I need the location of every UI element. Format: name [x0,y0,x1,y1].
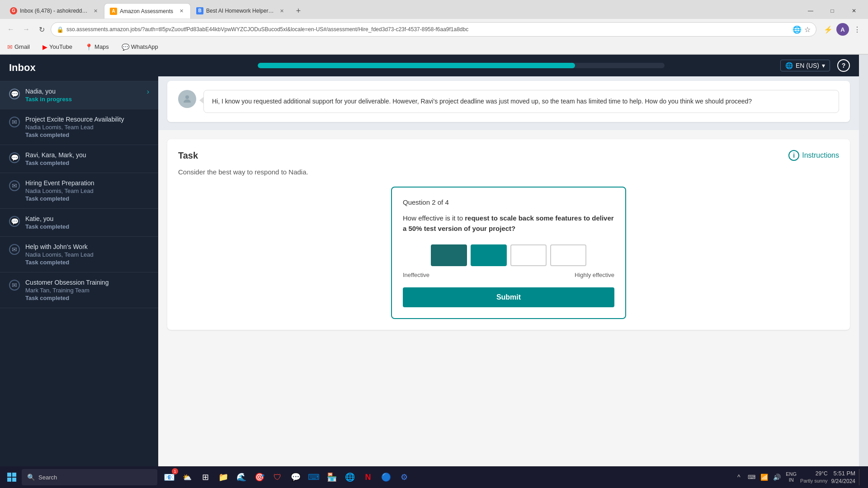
tray-expand-icon[interactable]: ^ [733,472,744,483]
bookmark-maps-label: Maps [94,43,109,50]
progress-right: 🌐 EN (US) ▾ ? [780,59,850,72]
globe-icon: 🌐 [785,62,793,69]
sender-avatar [178,90,196,108]
weather-icon: ⛅ [183,473,192,482]
taskbar-chrome-icon[interactable]: 🔵 [378,469,394,485]
date-display: 9/24/2024 [831,478,855,485]
svg-rect-4 [12,478,16,482]
taskbar-app2-icon[interactable]: 🎯 [251,469,268,485]
submit-label: Submit [496,293,521,301]
taskbar-browser-icon[interactable]: 🌊 [233,469,250,485]
bookmark-maps[interactable]: 📍 Maps [82,42,112,52]
tab-gmail-close[interactable]: ✕ [92,7,99,14]
taskbar-store-icon[interactable]: 🏪 [324,469,340,485]
inbox-item-hiring[interactable]: ✉ Hiring Event Preparation Nadia Loomis,… [0,173,158,209]
chromium-icon: ⚙ [401,472,408,482]
inbox-item-project-excite[interactable]: ✉ Project Excite Resource Availability N… [0,109,158,145]
netflix-icon: N [365,473,371,482]
task-area: Task i Instructions Consider the best wa… [158,130,859,488]
taskbar-search-text: Search [38,474,57,481]
inbox-list: 💬 Nadia, you Task in progress › ✉ Projec… [0,81,158,488]
network-icon[interactable]: 📶 [759,472,769,483]
question-text-before: How effective is it to [403,214,465,222]
task-card: Task i Instructions Consider the best wa… [167,139,850,330]
submit-button[interactable]: Submit [403,287,614,307]
inbox-icon-ravi: 💬 [9,152,20,163]
question-text: How effective is it to request to scale … [403,213,614,234]
instructions-button[interactable]: i Instructions [788,150,839,161]
back-button[interactable]: ← [5,23,17,36]
maximize-button[interactable]: □ [822,3,843,19]
address-bar[interactable]: 🔒 sso.assessments.amazon.jobs/?auth=tll5… [51,22,816,37]
app-container: Inbox 💬 Nadia, you Task in progress › ✉ … [0,55,868,488]
svg-rect-1 [7,473,11,477]
taskbar-code-icon[interactable]: ⌨ [306,469,322,485]
taskbar-edge-icon[interactable]: 🌐 [342,469,358,485]
inbox-item-john[interactable]: ✉ Help with John's Work Nadia Loomis, Te… [0,237,158,272]
inbox-status-ravi: Task completed [25,160,149,166]
progress-bar-fill [258,63,575,68]
bookmark-whatsapp-label: WhatsApp [131,43,158,50]
new-tab-button[interactable]: + [292,5,305,17]
taskbar-clock[interactable]: 5:51 PM 9/24/2024 [831,469,855,485]
sound-icon[interactable]: 🔊 [771,472,782,483]
inbox-content-ravi: Ravi, Kara, Mark, you Task completed [25,151,149,166]
rating-button-4[interactable] [550,244,586,266]
taskbar-chat-icon[interactable]: 💬 [288,469,304,485]
rating-label-left: Ineffective [403,272,429,278]
taskbar-files-icon[interactable]: 📁 [215,469,231,485]
inbox-title-project: Project Excite Resource Availability [25,116,149,123]
extensions-button[interactable]: ⚡ [822,23,835,36]
show-desktop-button[interactable] [859,469,864,485]
taskbar-mail-icon[interactable]: 📧 1 [161,469,177,485]
inbox-title-ravi: Ravi, Kara, Mark, you [25,151,149,159]
bookmark-youtube[interactable]: ▶ YouTube [40,42,75,52]
taskbar-search-bar[interactable]: 🔍 Search [22,469,157,485]
ai-favicon: B [196,7,203,14]
task-title: Task [178,150,198,161]
rating-button-1[interactable] [431,244,467,266]
rating-labels: Ineffective Highly effective [403,272,614,278]
inbox-content-project: Project Excite Resource Availability Nad… [25,116,149,138]
taskbar-windows-icon[interactable]: ⊞ [197,469,213,485]
taskbar-chromium-icon[interactable]: ⚙ [396,469,412,485]
bookmark-gmail[interactable]: ✉ Gmail [5,42,33,52]
menu-button[interactable]: ⋮ [851,23,863,36]
tab-gmail-label: Inbox (6,478) - ashokreddyyara... [20,8,88,14]
taskbar-search-icon: 🔍 [27,474,35,481]
tab-ai-label: Best AI Homework Helper & H... [206,8,274,14]
refresh-button[interactable]: ↻ [35,23,48,36]
forward-button[interactable]: → [20,23,33,36]
profile-button[interactable]: A [836,23,849,36]
language-label: EN (US) [796,62,819,69]
inbox-item-nadia[interactable]: 💬 Nadia, you Task in progress › [0,81,158,109]
tab-ai[interactable]: B Best AI Homework Helper & H... ✕ [191,3,290,19]
help-button[interactable]: ? [837,59,850,72]
inbox-title-nadia: Nadia, you [25,88,142,95]
taskbar-netflix-icon[interactable]: N [360,469,376,485]
question-number: Question 2 of 4 [403,198,614,206]
tab-amazon[interactable]: A Amazon Assessments ✕ [104,3,191,19]
inbox-title-customer: Customer Obsession Training [25,279,149,286]
windows-icon: ⊞ [202,472,209,482]
rating-button-3[interactable] [510,244,547,266]
tab-gmail[interactable]: G Inbox (6,478) - ashokreddyyara... ✕ [5,3,104,19]
inbox-content-customer: Customer Obsession Training Mark Tan, Tr… [25,279,149,301]
taskbar: 🔍 Search 📧 1 ⛅ ⊞ 📁 🌊 🎯 🛡 💬 [0,466,868,488]
bookmark-whatsapp[interactable]: 💬 WhatsApp [119,42,161,52]
inbox-header: Inbox [0,55,158,81]
inbox-item-customer[interactable]: ✉ Customer Obsession Training Mark Tan, … [0,272,158,308]
keyboard-icon[interactable]: ⌨ [746,472,757,483]
rating-button-2[interactable] [471,244,507,266]
start-button[interactable] [4,469,20,485]
tab-amazon-close[interactable]: ✕ [178,8,185,15]
close-button[interactable]: ✕ [844,3,864,19]
language-selector[interactable]: 🌐 EN (US) ▾ [780,60,830,71]
taskbar-weather-widget[interactable]: ⛅ [179,469,195,485]
inbox-item-ravi[interactable]: 💬 Ravi, Kara, Mark, you Task completed [0,145,158,173]
inbox-item-katie[interactable]: 💬 Katie, you Task completed [0,209,158,237]
taskbar-security-icon[interactable]: 🛡 [269,469,286,485]
tab-ai-close[interactable]: ✕ [278,7,285,14]
bookmark-star-icon[interactable]: ☆ [804,25,811,34]
minimize-button[interactable]: — [800,3,821,19]
